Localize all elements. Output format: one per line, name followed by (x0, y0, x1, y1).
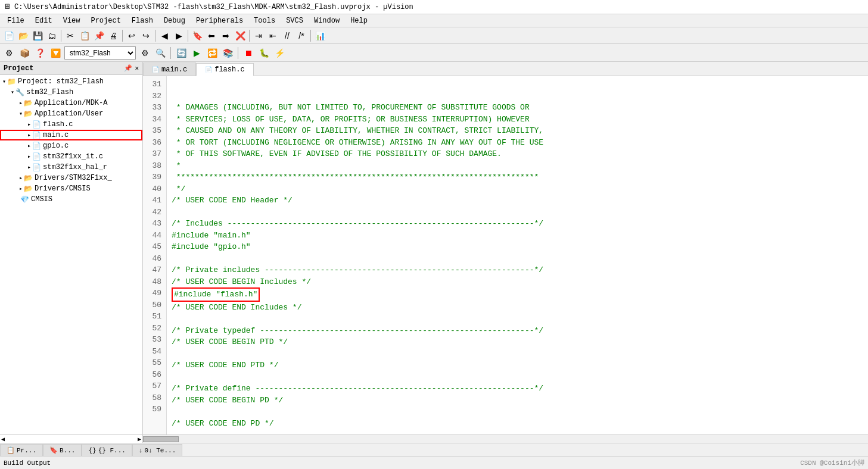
menu-item-view[interactable]: View (58, 15, 85, 26)
tabs-bar: 📄main.c📄flash.c (143, 62, 868, 76)
expand-icon[interactable]: ▸ (19, 174, 23, 182)
bottom-tab-icon: 🔖 (49, 446, 58, 454)
menu-item-debug[interactable]: Debug (159, 15, 190, 26)
expand-icon[interactable]: ▾ (19, 110, 23, 117)
file-icon: 📄 (32, 131, 41, 140)
tree-item-stm32f1xx-hal[interactable]: ▸📄stm32f1xx_hal_r (0, 162, 142, 173)
stop-btn[interactable]: ⏹ (242, 46, 255, 60)
target-options-btn[interactable]: ⚙ (2, 46, 15, 60)
bookmark-next-btn[interactable]: ➡ (219, 29, 232, 42)
uncomment-btn[interactable]: /* (295, 29, 308, 42)
cut-btn[interactable]: ✂ (64, 29, 77, 42)
redo-btn[interactable]: ↪ (139, 29, 153, 42)
expand-icon[interactable]: ▾ (2, 78, 6, 85)
manage-btn[interactable]: 📦 (18, 46, 31, 60)
menu-item-svcs[interactable]: SVCS (281, 15, 308, 26)
menu-item-flash[interactable]: Flash (127, 15, 158, 26)
tab-main-c[interactable]: 📄main.c (143, 62, 196, 76)
line-number: 51 (145, 311, 161, 323)
horizontal-scrollbar[interactable] (143, 434, 868, 443)
tree-item-project-root[interactable]: ▾📁Project: stm32_Flash (0, 76, 142, 87)
save-all-btn[interactable]: 🗂 (45, 29, 58, 42)
unindent-btn[interactable]: ⇤ (266, 29, 279, 42)
menu-item-edit[interactable]: Edit (30, 15, 57, 26)
tree-item-main-c[interactable]: ▸📄main.c (0, 130, 142, 140)
tree-item-stm32-flash[interactable]: ▾🔧stm32_Flash (0, 87, 142, 98)
tree-item-stm32f1xx-it[interactable]: ▸📄stm32f1xx_it.c (0, 151, 142, 162)
build-btn[interactable]: ▶ (190, 46, 203, 60)
code-area[interactable]: 3132333435363738394041424344454647484950… (143, 76, 868, 434)
code-line: * OF THIS SOFTWARE, EVEN IF ADVISED OF T… (172, 148, 863, 160)
expand-icon[interactable]: ▾ (11, 89, 14, 96)
save-btn[interactable]: 💾 (31, 29, 44, 42)
expand-icon[interactable]: ▸ (27, 142, 31, 149)
line-number: 40 (145, 183, 161, 195)
scroll-right-btn[interactable]: ▶ (138, 436, 141, 443)
open-btn[interactable]: 📂 (17, 29, 30, 42)
tree-item-cmsis[interactable]: 💎CMSIS (0, 194, 142, 205)
undo-btn[interactable]: ↩ (125, 29, 138, 42)
line-number: 48 (145, 276, 161, 288)
bookmark-clear-btn[interactable]: ❌ (234, 29, 247, 42)
menu-item-project[interactable]: Project (86, 15, 125, 26)
bottom-tab-0--Te---[interactable]: ↓0↓ Te... (132, 444, 182, 456)
scroll-left-btn[interactable]: ◀ (1, 436, 5, 443)
help-btn[interactable]: ❓ (33, 46, 46, 60)
batch-btn[interactable]: 📚 (221, 46, 234, 60)
pin-icon[interactable]: 📌 (124, 64, 132, 72)
expand-icon[interactable]: ▸ (19, 99, 23, 107)
expand-icon[interactable]: ▸ (27, 153, 31, 160)
print-btn[interactable]: 🖨 (107, 29, 120, 42)
code-line: /* USER CODE BEGIN PTD */ (172, 336, 863, 348)
target-dropdown-btn[interactable]: 🔽 (49, 46, 62, 60)
nav-back-btn[interactable]: ◀ (158, 29, 171, 42)
inspect-btn[interactable]: 🔍 (154, 46, 167, 60)
code-content[interactable]: * DAMAGES (INCLUDING, BUT NOT LIMITED TO… (167, 76, 868, 434)
tree-item-drivers-stm32[interactable]: ▸📂Drivers/STM32F1xx_ (0, 173, 142, 183)
comment-btn[interactable]: // (281, 29, 294, 42)
bottom-tab----F---[interactable]: {}{} F... (82, 444, 132, 456)
log-btn[interactable]: 📊 (313, 29, 326, 42)
code-line: #include "flash.h" (172, 287, 863, 302)
config-btn[interactable]: ⚙ (138, 46, 151, 60)
menu-item-window[interactable]: Window (309, 15, 344, 26)
bookmark-prev-btn[interactable]: ⬅ (205, 29, 218, 42)
menu-item-peripherals[interactable]: Peripherals (191, 15, 248, 26)
sep4 (188, 30, 188, 42)
menu-item-file[interactable]: File (2, 15, 29, 26)
menu-item-help[interactable]: Help (346, 15, 372, 26)
line-number: 33 (145, 102, 161, 114)
debug-btn[interactable]: 🐛 (257, 46, 270, 60)
paste-btn[interactable]: 📌 (92, 29, 105, 42)
expand-icon[interactable]: ▸ (19, 185, 23, 192)
expand-icon[interactable]: ▸ (27, 132, 31, 139)
flash-btn[interactable]: ⚡ (273, 46, 286, 60)
bottom-tab-B---[interactable]: 🔖B... (43, 444, 82, 456)
tree-item-gpio-c[interactable]: ▸📄gpio.c (0, 140, 142, 151)
nav-fwd-btn[interactable]: ▶ (172, 29, 185, 42)
tree-item-app-mdk[interactable]: ▸📂Application/MDK-A (0, 98, 142, 108)
code-line (172, 253, 863, 265)
close-icon[interactable]: ✕ (135, 64, 139, 72)
tree-label: Drivers/STM32F1xx_ (35, 174, 112, 182)
expand-icon[interactable]: ▸ (27, 164, 31, 171)
tree-item-drivers-cmsis[interactable]: ▸📂Drivers/CMSIS (0, 183, 142, 194)
tab-flash-c[interactable]: 📄flash.c (196, 63, 253, 76)
tree-item-app-user[interactable]: ▾📂Application/User (0, 108, 142, 119)
expand-icon[interactable]: ▸ (27, 121, 31, 128)
translate-btn[interactable]: 🔄 (175, 46, 188, 60)
copy-btn[interactable]: 📋 (78, 29, 91, 42)
indent-btn[interactable]: ⇥ (252, 29, 265, 42)
new-btn[interactable]: 📄 (2, 29, 15, 42)
sep6 (310, 30, 311, 42)
rebuild-btn[interactable]: 🔁 (206, 46, 219, 60)
project-tree: ▾📁Project: stm32_Flash▾🔧stm32_Flash▸📂App… (0, 75, 142, 434)
status-bar: Build Output CSDN @Coisini小脚 (0, 456, 868, 469)
tree-item-flash-c[interactable]: ▸📄flash.c (0, 119, 142, 130)
bottom-tab-Pr---[interactable]: 📋Pr... (0, 444, 43, 456)
target-select[interactable]: stm32_Flash (64, 46, 136, 60)
project-header-icons: 📌 ✕ (124, 64, 139, 72)
tab-icon: 📄 (205, 66, 212, 73)
menu-item-tools[interactable]: Tools (249, 15, 280, 26)
bookmark-btn[interactable]: 🔖 (191, 29, 204, 42)
